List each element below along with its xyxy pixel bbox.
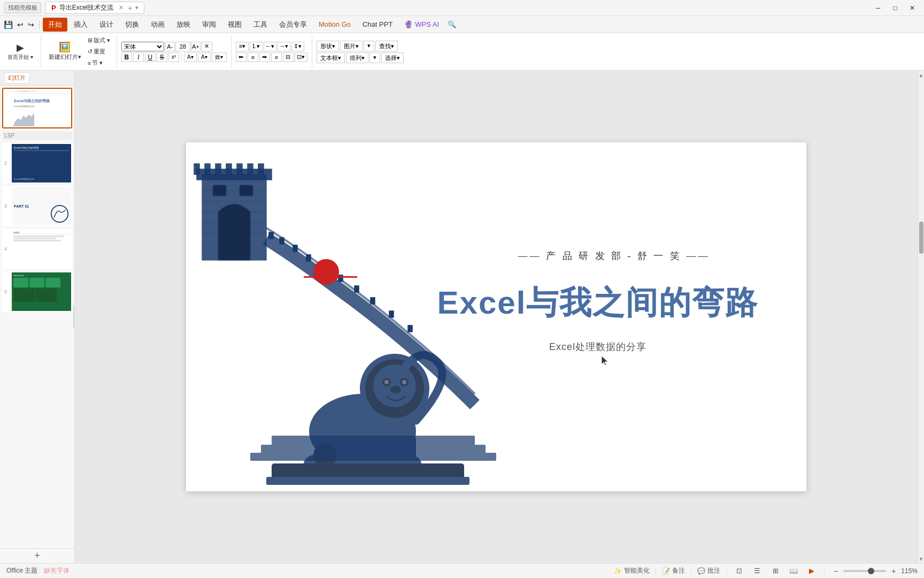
add-slide-button[interactable]: + — [0, 548, 74, 563]
slideshow-btn[interactable]: ▶ — [805, 566, 818, 576]
slide-sorter-btn[interactable]: ⊞ — [769, 566, 782, 576]
line-spacing-btn[interactable]: ⇕▾ — [291, 42, 304, 51]
menu-review[interactable]: 审阅 — [197, 18, 221, 32]
vert-align-btn[interactable]: ⊡▾ — [295, 52, 307, 62]
menu-motion-go[interactable]: Motion Go — [313, 18, 356, 31]
canvas-area[interactable]: —— 产 品 研 发 部 - 舒 一 笑 —— Excel与我之间的弯路 Exc… — [75, 71, 918, 563]
menu-home[interactable]: 开始 — [43, 18, 67, 32]
fill2-btn[interactable]: ▾ — [369, 52, 380, 63]
bold-btn[interactable]: B — [121, 52, 132, 62]
text-effect-btn[interactable]: 效▾ — [212, 52, 227, 62]
slide-canvas[interactable]: —— 产 品 研 发 部 - 舒 一 笑 —— Excel与我之间的弯路 Exc… — [186, 142, 806, 491]
slide-number-3: 3 — [4, 203, 7, 209]
ribbon-group-drawing: 形状▾ 图片▾ ▾ 查找▾ 文本框▾ 排列▾ ▾ 选择▾ — [317, 35, 408, 68]
scroll-down-arrow[interactable]: ▼ — [918, 554, 924, 563]
zoom-out-btn[interactable]: − — [830, 566, 841, 576]
fill-btn[interactable]: ▾ — [364, 41, 374, 51]
menu-search[interactable]: 🔍 — [448, 20, 456, 28]
ribbon-section-btn[interactable]: ≡ 节 ▾ — [86, 58, 112, 68]
textbox-btn[interactable]: 文本框▾ — [317, 52, 345, 63]
font-size-increase-btn[interactable]: A+ — [191, 42, 201, 51]
ribbon-start-btn[interactable]: ▶ 首页开始 ▾ — [4, 42, 36, 62]
smart-beautify-btn[interactable]: ✨ 智能美化 — [614, 566, 650, 575]
font-size-decrease-btn[interactable]: A- — [165, 42, 175, 51]
tab-arrow-icon[interactable]: ▾ — [135, 4, 138, 11]
indent-left-btn[interactable]: ←▾ — [264, 42, 276, 51]
select-btn[interactable]: 选择▾ — [381, 52, 404, 63]
strikethrough-btn[interactable]: S — [157, 52, 167, 62]
reading-view-btn[interactable]: 📖 — [787, 566, 800, 576]
maximize-button[interactable]: □ — [888, 3, 903, 13]
font-family-select[interactable]: 宋体 — [121, 42, 164, 51]
shapes-btn[interactable]: 形状▾ — [317, 41, 339, 51]
menu-transitions[interactable]: 切换 — [120, 18, 144, 32]
slide-thumb-1[interactable]: 1 —一产品研发部-舒一笑— Excel与我之间的弯路 Excel处理数据的分享 — [2, 88, 72, 128]
menu-view[interactable]: 视图 — [222, 18, 247, 32]
slide-thumb-4[interactable]: 4 内容页 — [2, 229, 72, 269]
comment-btn[interactable]: 💬 批注 — [697, 566, 720, 575]
bullet-list-btn[interactable]: ≡▾ — [236, 42, 249, 51]
quick-redo-icon[interactable]: ↪ — [26, 19, 36, 30]
clear-format-btn[interactable]: ✕ — [202, 42, 212, 51]
menu-tools[interactable]: 工具 — [248, 18, 273, 32]
missing-font-label[interactable]: 缺失字体 — [44, 566, 70, 575]
section-label: 节 ▾ — [92, 59, 103, 67]
zoom-in-btn[interactable]: + — [888, 566, 899, 576]
superscript-btn[interactable]: x² — [168, 52, 179, 62]
justify-btn[interactable]: ≡ — [271, 52, 282, 62]
zoom-level-label: 115% — [901, 567, 918, 575]
notes-btn[interactable]: 📝 备注 — [662, 566, 685, 575]
quick-save-icon[interactable]: 💾 — [2, 19, 14, 30]
slide-thumb-3[interactable]: 3 PART 01 — [2, 186, 72, 226]
ribbon-layout-btn[interactable]: ⊞ 版式 ▾ — [86, 35, 112, 45]
ribbon-reset-btn[interactable]: ↺ 重置 — [86, 47, 112, 57]
new-tab-icon[interactable]: + — [128, 4, 132, 12]
font-color-btn[interactable]: A▾ — [184, 52, 197, 62]
menu-membership[interactable]: 会员专享 — [274, 18, 312, 32]
zoom-slider[interactable] — [843, 570, 886, 572]
close-button[interactable]: ✕ — [905, 3, 920, 13]
menu-design[interactable]: 设计 — [94, 18, 119, 32]
menu-chat-ppt[interactable]: Chat PPT — [357, 18, 398, 31]
outline-view-btn[interactable]: ☰ — [751, 566, 764, 576]
sidebar-tab-slides[interactable]: 幻灯片 — [4, 72, 29, 83]
document-tab[interactable]: P 导出Excel技术交流 ✕ + ▾ — [45, 2, 144, 14]
normal-view-btn[interactable]: ⊡ — [733, 566, 745, 576]
quick-undo-icon[interactable]: ↩ — [16, 19, 25, 30]
slide-thumb-5[interactable]: 5 Dashboard — [2, 271, 72, 312]
num-list-btn[interactable]: 1.▾ — [250, 42, 263, 51]
menu-wps-ai[interactable]: 🔮 WPS AI — [399, 18, 444, 31]
tab-close-icon[interactable]: ✕ — [119, 4, 124, 11]
slide-thumb-2[interactable]: 2 Excel与我之间的弯路 Excel处理数据的分享 — [2, 143, 72, 184]
comment-label: 批注 — [707, 566, 720, 575]
template-button[interactable]: 找稻壳模板 — [4, 2, 41, 13]
scroll-thumb[interactable] — [919, 222, 923, 254]
slide-number-2: 2 — [4, 161, 7, 166]
minimize-button[interactable]: ─ — [871, 3, 886, 13]
svg-rect-18 — [355, 286, 359, 292]
find-btn[interactable]: 查找▾ — [375, 41, 398, 51]
arrange-btn[interactable]: 排列▾ — [346, 52, 368, 63]
menu-insert[interactable]: 插入 — [68, 18, 93, 32]
menu-animate[interactable]: 动画 — [145, 18, 170, 32]
theme-label: Office 主题 — [6, 566, 37, 575]
right-scrollbar[interactable]: ▲ ▼ — [918, 71, 924, 563]
underline-btn[interactable]: U — [145, 52, 156, 62]
scroll-track[interactable] — [918, 79, 924, 554]
svg-rect-21 — [408, 325, 412, 332]
menu-slideshow[interactable]: 放映 — [171, 18, 196, 32]
picture-btn[interactable]: 图片▾ — [340, 41, 363, 51]
align-left-btn[interactable]: ⬅ — [236, 52, 247, 62]
scroll-up-arrow[interactable]: ▲ — [918, 71, 924, 79]
font-highlight-btn[interactable]: A▾ — [198, 52, 211, 62]
align-right-btn[interactable]: ➡ — [259, 52, 270, 62]
italic-btn[interactable]: I — [133, 52, 144, 62]
status-right: ✨ 智能美化 | 📝 备注 | 💬 批注 | ⊡ ☰ ⊞ 📖 ▶ | − + 1… — [614, 566, 918, 576]
ribbon-new-slide-btn[interactable]: 🖼️ 新建幻灯片▾ — [45, 41, 84, 62]
col-layout-btn[interactable]: ⊟ — [283, 52, 294, 62]
align-center-btn[interactable]: ≡ — [248, 52, 258, 62]
indent-right-btn[interactable]: →▾ — [278, 42, 290, 51]
font-size-input[interactable] — [175, 42, 190, 51]
slide-panel: 幻灯片 ‹ 1 —一产品研发部-舒一笑— Excel与我之间的弯路 Excel处… — [0, 71, 75, 563]
ppt-icon: P — [51, 4, 56, 12]
